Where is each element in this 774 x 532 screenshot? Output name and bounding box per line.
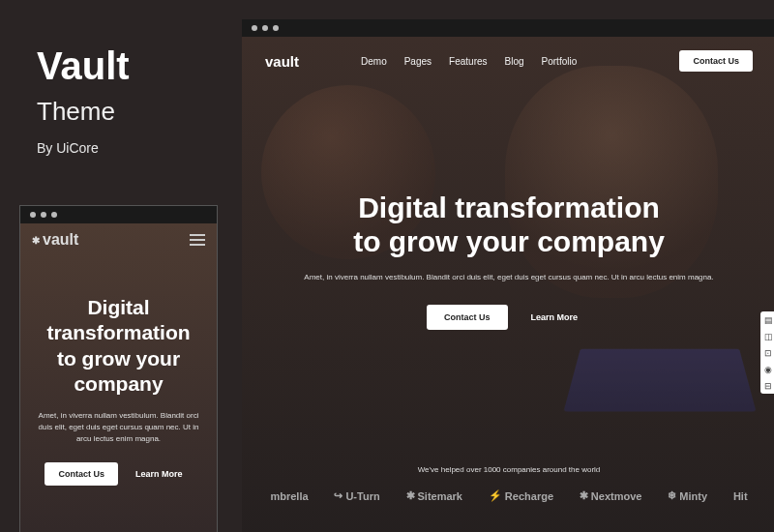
- mobile-header: vault: [20, 223, 217, 256]
- mobile-headline: Digital transformation to grow your comp…: [32, 295, 205, 397]
- learn-more-button[interactable]: Learn More: [518, 305, 592, 330]
- theme-subtitle: Theme: [37, 97, 130, 127]
- partner-logo: ❄ Minty: [668, 489, 707, 502]
- logo-strip: mbrella ↪ U-Turn ✱ Sitemark ⚡ Recharge ✱…: [242, 474, 774, 502]
- nav-portfolio[interactable]: Portfolio: [542, 56, 578, 67]
- headline-line1: Digital transformation: [358, 192, 660, 223]
- theme-byline: By UiCore: [37, 140, 130, 156]
- side-tool-icon[interactable]: ◉: [760, 361, 774, 377]
- desktop-headline: Digital transformation to grow your comp…: [290, 192, 728, 258]
- traffic-dot: [262, 25, 268, 31]
- contact-us-button[interactable]: Contact Us: [45, 462, 118, 486]
- traffic-dot: [41, 212, 46, 218]
- mobile-preview: vault Digital transformation to grow you…: [19, 205, 218, 532]
- hamburger-icon[interactable]: [190, 234, 205, 246]
- nav-blog[interactable]: Blog: [505, 56, 524, 67]
- main-nav: Demo Pages Features Blog Portfolio: [361, 56, 577, 67]
- theme-title: Vault: [37, 46, 130, 85]
- traffic-dot: [252, 25, 257, 31]
- mobile-logo: vault: [32, 231, 78, 249]
- site-logo[interactable]: vault: [265, 53, 299, 70]
- learn-more-button[interactable]: Learn More: [126, 462, 193, 486]
- desktop-subtext: Amet, in viverra nullam vestibulum. Blan…: [290, 272, 728, 283]
- theme-info-panel: Vault Theme By UiCore: [37, 46, 130, 156]
- headline-line2: to grow your company: [353, 225, 665, 257]
- traffic-dot: [51, 212, 57, 218]
- side-tool-icon[interactable]: ◫: [760, 328, 774, 344]
- partner-logo: ⚡ Recharge: [489, 489, 553, 502]
- nav-pages[interactable]: Pages: [404, 56, 432, 67]
- mobile-browser-bar: [20, 206, 217, 223]
- desktop-buttons: Contact Us Learn More: [290, 305, 728, 330]
- headline-line2: to grow your company: [57, 347, 180, 395]
- desktop-header: vault Demo Pages Features Blog Portfolio…: [242, 37, 774, 85]
- side-tool-icon[interactable]: ⊟: [760, 377, 774, 394]
- mobile-buttons: Contact Us Learn More: [32, 462, 205, 486]
- traffic-dot: [273, 25, 279, 31]
- mobile-hero: Digital transformation to grow your comp…: [20, 256, 217, 486]
- partner-logo: ↪ U-Turn: [334, 489, 379, 502]
- side-tool-icon[interactable]: ⊡: [760, 344, 774, 361]
- desktop-hero: Digital transformation to grow your comp…: [242, 85, 774, 330]
- desktop-preview: vault Demo Pages Features Blog Portfolio…: [242, 19, 774, 532]
- header-contact-button[interactable]: Contact Us: [679, 50, 753, 72]
- desktop-content: vault Demo Pages Features Blog Portfolio…: [242, 37, 774, 532]
- side-tool-icon[interactable]: ▤: [760, 311, 774, 328]
- mobile-content: vault Digital transformation to grow you…: [20, 223, 217, 532]
- traffic-dot: [30, 212, 36, 218]
- headline-line1: Digital transformation: [46, 296, 190, 343]
- side-toolbar: ▤ ◫ ⊡ ◉ ⊟: [760, 311, 774, 394]
- partner-logo: ✱ Sitemark: [406, 489, 462, 502]
- nav-features[interactable]: Features: [449, 56, 487, 67]
- contact-us-button[interactable]: Contact Us: [427, 305, 508, 330]
- desktop-browser-bar: [242, 19, 774, 37]
- social-proof-text: We've helped over 1000 companies around …: [242, 465, 774, 474]
- nav-demo[interactable]: Demo: [361, 56, 387, 67]
- mobile-subtext: Amet, in viverra nullam vestibulum. Blan…: [32, 410, 205, 445]
- partner-logo: mbrella: [270, 490, 308, 502]
- partner-logo: Hit: [733, 490, 748, 502]
- partner-logo: ✱ Nextmove: [580, 489, 642, 502]
